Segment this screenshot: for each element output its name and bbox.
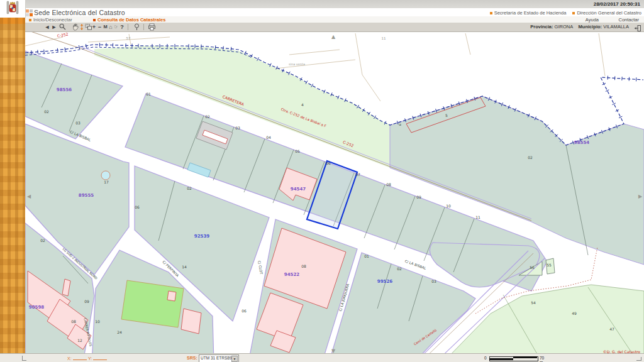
back-button[interactable]: ◄ (44, 23, 50, 31)
map-label: 99526 (377, 279, 392, 284)
map-label: 08 (71, 319, 76, 324)
map-label: 01 (146, 92, 151, 96)
map-label: 98554 (574, 140, 589, 145)
orange-center-icon[interactable] (80, 23, 84, 31)
map-label: 10 (95, 319, 100, 324)
header-links: Secretaría de Estado de Hacienda Direcci… (485, 10, 641, 16)
help-link[interactable]: Ayuda (586, 17, 599, 23)
map-label: 11 (382, 36, 386, 40)
map-label: 24 (117, 330, 122, 334)
province-municipality-bar: Provincia: GIRONA Municipio: VILAMALLA (530, 24, 629, 30)
print-button[interactable] (147, 23, 156, 31)
chevron-down-icon[interactable]: ▼ (231, 356, 238, 362)
pan-hand-icon[interactable] (72, 23, 79, 31)
map-label: ▶ (638, 194, 643, 199)
tab-consulta-datos[interactable]: Consulta de Datos Catastrales (93, 17, 165, 23)
map-label: 02 (205, 114, 210, 119)
left-decorative-cityscape (0, 18, 25, 362)
map-label: 03 (75, 121, 80, 125)
top-bar: 28/02/2017 20:50:31 (0, 0, 644, 8)
map-label: 5 (445, 113, 448, 118)
map-label: 08 (386, 182, 391, 187)
map-label: 92539 (194, 234, 209, 239)
map-label: 09 (416, 195, 421, 199)
map-corner-mark (636, 357, 641, 361)
map-label: 57 (126, 36, 131, 40)
map-label: 55 (547, 263, 552, 267)
map-label: 02 (528, 155, 533, 160)
spain-coat-of-arms-logo (0, 0, 26, 18)
y-coordinate-readout: Y: (88, 356, 107, 361)
map-label: 11 (475, 215, 480, 219)
map-label: 10 (446, 204, 451, 208)
zoom-in-button[interactable]: + (91, 23, 97, 31)
link-dgc[interactable]: Dirección General del Catastro (577, 10, 641, 16)
map-label: 47 (609, 327, 614, 331)
map-label: 02 (44, 109, 49, 114)
provincia-label: Provincia: (530, 24, 553, 30)
bullet-icon (29, 19, 31, 21)
map-corner-mark (22, 356, 26, 361)
help-tool-button[interactable]: ? (119, 23, 125, 31)
building-footprint (167, 291, 176, 301)
map-label: 02 (40, 238, 45, 243)
toolbar-separator (128, 24, 128, 30)
map-label: 05 (295, 149, 300, 153)
map-label: 03 (431, 279, 436, 283)
map-label: ◀ (27, 194, 31, 199)
x-coordinate-readout: X: (67, 356, 87, 361)
map-label: 12 (77, 338, 82, 343)
status-bar: X: Y: SRS: UTM 31 ETRS89▼ 0 70 m. (0, 353, 644, 362)
map-label: 17 (104, 180, 109, 184)
catastro-app-window: 28/02/2017 20:50:31 Sede Electrónica del… (0, 0, 644, 362)
forward-button[interactable]: ► (51, 23, 57, 31)
map-label: 01 (364, 254, 369, 258)
map-label: 06 (135, 205, 140, 209)
map-label: 94547 (291, 187, 306, 192)
datetime-display: 28/02/2017 20:50:31 (594, 1, 640, 7)
catastro-squares-icon (26, 9, 33, 16)
map-label: 08 (301, 264, 306, 268)
map-label: sina venta (289, 62, 305, 66)
map-label: 94522 (284, 272, 299, 277)
map-label: 56 (530, 265, 535, 270)
map-label: ▲ (331, 34, 336, 40)
map-label: 90598 (29, 305, 44, 310)
parcel-block (25, 51, 123, 139)
bullet-icon (93, 19, 96, 21)
bullet-icon (572, 12, 575, 14)
cadastral-map-viewport[interactable]: 9855689555945479452290598985549253999526… (25, 31, 644, 354)
map-label: 06 (326, 161, 331, 165)
map-label: 54 (531, 300, 536, 305)
contact-link[interactable]: Contactar (618, 17, 639, 23)
map-label: 14 (182, 265, 187, 269)
srs-dropdown[interactable]: UTM 31 ETRS89▼ (199, 354, 239, 362)
municipio-label: Municipio: (579, 24, 602, 30)
map-label: C/ CLOT (257, 260, 264, 275)
map-label: 49 (572, 311, 577, 315)
zoom-out-button[interactable]: − (97, 23, 103, 31)
map-label: a (399, 122, 401, 126)
map-toolbar: ◄ ► + − M ⌂ ☞ ? Provincia: GIRONA Munici (25, 23, 644, 32)
bullet-icon (490, 12, 492, 14)
map-label: 09 (84, 299, 89, 304)
map-label: 04 (266, 135, 271, 140)
map-label: 89555 (79, 193, 94, 198)
toolbar-separator (143, 24, 144, 30)
map-label: 02 (397, 266, 402, 271)
zoom-tool-icon[interactable] (58, 23, 66, 31)
municipio-value: VILAMALLA (603, 24, 629, 30)
tab-inicio-desconectar[interactable]: Inicio/Desconectar (29, 17, 72, 23)
map-label: 4 (301, 102, 304, 107)
info-pointer-button[interactable]: ☞ (113, 23, 119, 31)
provincia-value: GIRONA (555, 24, 574, 30)
srs-label: SRS: (187, 356, 197, 360)
map-label: 03 (235, 126, 240, 130)
link-secretaria[interactable]: Secretaría de Estado de Hacienda (494, 10, 567, 16)
map-label: 98556 (57, 87, 72, 92)
title-bar: Sede Electrónica del Catastro Secretaría… (25, 8, 644, 16)
cadastral-map[interactable]: 9855689555945479452290598985549253999526… (25, 32, 644, 354)
locate-pin-icon[interactable] (133, 23, 140, 31)
map-label: 07 (355, 172, 360, 177)
page-title: Sede Electrónica del Catastro (34, 9, 125, 16)
